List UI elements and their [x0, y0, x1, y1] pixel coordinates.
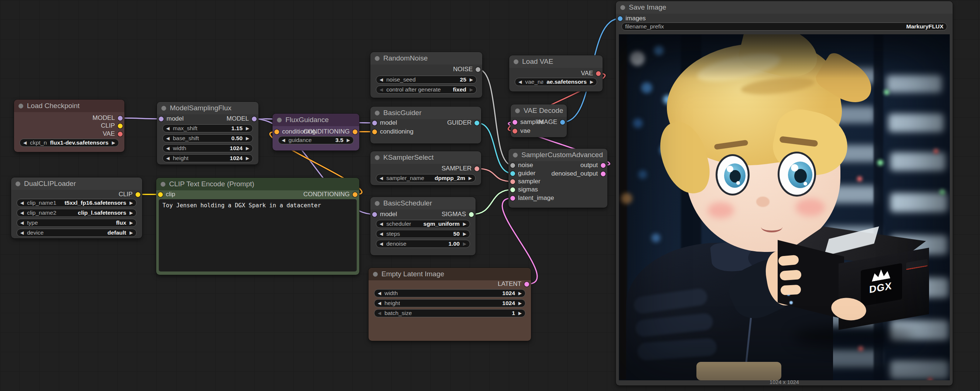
widget-decrement-arrow[interactable]: ◀ — [378, 291, 381, 296]
widget-increment-arrow[interactable]: ▶ — [246, 136, 249, 141]
widget-control-after-generate[interactable]: ◀control after generatefixed▶ — [376, 85, 477, 94]
widget-decrement-arrow[interactable]: ◀ — [380, 78, 383, 82]
widget-increment-arrow[interactable]: ▶ — [246, 146, 249, 150]
graph-canvas[interactable]: Load CheckpointMODELCLIPVAE◀ckpt_nameflu… — [0, 0, 980, 391]
wire-noise[interactable] — [478, 70, 512, 165]
widget-width[interactable]: ◀width1024▶ — [162, 144, 253, 152]
wire-sampler[interactable] — [477, 169, 512, 182]
output-dot-NOISE[interactable] — [476, 67, 480, 72]
widget-type[interactable]: ◀typeflux▶ — [17, 219, 137, 227]
node-titlebar[interactable]: Load Checkpoint — [14, 100, 124, 112]
widget-height[interactable]: ◀height1024▶ — [374, 299, 525, 307]
node-titlebar[interactable]: Load VAE — [509, 55, 603, 68]
widget-increment-arrow[interactable]: ▶ — [470, 78, 473, 82]
widget-increment-arrow[interactable]: ▶ — [470, 87, 473, 92]
widget-decrement-arrow[interactable]: ◀ — [20, 211, 24, 215]
widget-decrement-arrow[interactable]: ◀ — [20, 221, 24, 225]
input-dot-sigmas[interactable] — [510, 187, 515, 192]
widget-clip_name2[interactable]: ◀clip_name2clip_l.safetensors▶ — [17, 209, 137, 217]
input-dot-images[interactable] — [618, 16, 622, 21]
widget-filename_prefix[interactable]: filename_prefixMarkuryFLUX — [622, 22, 947, 31]
widget-clip_name1[interactable]: ◀clip_name1t5xxl_fp16.safetensors▶ — [17, 199, 137, 207]
node-titlebar[interactable]: SamplerCustomAdvanced — [509, 149, 608, 161]
input-dot-sampler[interactable] — [510, 179, 515, 184]
widget-ckpt_name[interactable]: ◀ckpt_nameflux1-dev.safetensors▶ — [19, 139, 119, 147]
widget-increment-arrow[interactable]: ▶ — [347, 138, 350, 142]
prompt-textarea[interactable]: Toy Jensen holding a DGX Spark in a data… — [159, 199, 357, 271]
widget-decrement-arrow[interactable]: ◀ — [380, 176, 383, 180]
node-titlebar[interactable]: RandomNoise — [371, 52, 482, 65]
widget-sampler_name[interactable]: ◀sampler_namedpmpp_2m▶ — [376, 174, 476, 182]
widget-decrement-arrow[interactable]: ◀ — [20, 201, 24, 205]
output-dot-LATENT[interactable] — [524, 282, 529, 287]
widget-decrement-arrow[interactable]: ◀ — [282, 138, 285, 142]
output-dot-output[interactable] — [601, 163, 606, 168]
widget-decrement-arrow[interactable]: ◀ — [23, 141, 27, 145]
widget-height[interactable]: ◀height1024▶ — [162, 154, 253, 162]
wire-sigmas[interactable] — [471, 190, 512, 214]
input-dot-samples[interactable] — [512, 120, 517, 125]
output-dot-CLIP[interactable] — [118, 123, 123, 128]
widget-decrement-arrow[interactable]: ◀ — [378, 311, 381, 315]
input-dot-guider[interactable] — [510, 171, 515, 176]
collapse-dot[interactable] — [277, 118, 282, 122]
widget-decrement-arrow[interactable]: ◀ — [166, 126, 170, 131]
collapse-dot[interactable] — [515, 108, 520, 113]
widget-increment-arrow[interactable]: ▶ — [130, 211, 133, 215]
widget-decrement-arrow[interactable]: ◀ — [380, 242, 383, 246]
output-dot-IMAGE[interactable] — [560, 120, 565, 125]
node-titlebar[interactable]: VAE Decode — [511, 104, 567, 117]
wire-model-ckpt-to-msf[interactable] — [120, 118, 161, 119]
node-titlebar[interactable]: BasicScheduler — [371, 197, 476, 209]
widget-increment-arrow[interactable]: ▶ — [130, 221, 133, 225]
widget-decrement-arrow[interactable]: ◀ — [20, 231, 24, 235]
widget-scheduler[interactable]: ◀schedulersgm_uniform▶ — [376, 220, 470, 228]
widget-device[interactable]: ◀devicedefault▶ — [17, 229, 137, 237]
collapse-dot[interactable] — [161, 106, 166, 111]
node-titlebar[interactable]: BasicGuider — [371, 107, 481, 119]
widget-increment-arrow[interactable]: ▶ — [246, 126, 249, 131]
node-titlebar[interactable]: DualCLIPLoader — [11, 177, 142, 190]
output-dot-VAE[interactable] — [596, 71, 601, 76]
widget-increment-arrow[interactable]: ▶ — [463, 222, 466, 226]
output-dot-CLIP[interactable] — [135, 192, 140, 197]
input-dot-clip[interactable] — [158, 192, 163, 197]
widget-increment-arrow[interactable]: ▶ — [246, 156, 249, 160]
node-titlebar[interactable]: ModelSamplingFlux — [157, 102, 258, 114]
node-titlebar[interactable]: FluxGuidance — [272, 114, 359, 126]
collapse-dot[interactable] — [16, 182, 20, 186]
collapse-dot[interactable] — [373, 272, 378, 277]
widget-decrement-arrow[interactable]: ◀ — [166, 156, 170, 160]
widget-increment-arrow[interactable]: ▶ — [130, 201, 133, 205]
widget-increment-arrow[interactable]: ▶ — [463, 232, 466, 236]
widget-width[interactable]: ◀width1024▶ — [374, 289, 525, 297]
input-dot-noise[interactable] — [510, 163, 515, 168]
wire-guider[interactable] — [477, 123, 512, 173]
output-dot-MODEL[interactable] — [252, 117, 257, 121]
widget-increment-arrow[interactable]: ▶ — [469, 176, 472, 180]
output-dot-CONDITIONING[interactable] — [353, 192, 358, 197]
collapse-dot[interactable] — [375, 56, 380, 61]
widget-decrement-arrow[interactable]: ◀ — [166, 136, 170, 141]
widget-increment-arrow[interactable]: ▶ — [463, 242, 466, 246]
collapse-dot[interactable] — [19, 104, 23, 108]
widget-max_shift[interactable]: ◀max_shift1.15▶ — [162, 124, 253, 133]
widget-increment-arrow[interactable]: ▶ — [519, 301, 522, 306]
widget-vae_name[interactable]: ◀vae_nameae.safetensors▶ — [515, 78, 597, 86]
widget-steps[interactable]: ◀steps50▶ — [376, 230, 470, 238]
widget-increment-arrow[interactable]: ▶ — [519, 291, 522, 296]
output-dot-GUIDER[interactable] — [474, 120, 479, 125]
node-titlebar[interactable]: Save Image — [616, 1, 953, 14]
collapse-dot[interactable] — [375, 201, 380, 206]
collapse-dot[interactable] — [513, 153, 518, 158]
input-dot-conditioning[interactable] — [372, 130, 377, 134]
input-dot-latent_image[interactable] — [510, 196, 515, 201]
output-dot-MODEL[interactable] — [118, 116, 123, 120]
output-dot-SAMPLER[interactable] — [474, 166, 479, 171]
widget-increment-arrow[interactable]: ▶ — [519, 311, 522, 315]
node-titlebar[interactable]: Empty Latent Image — [369, 268, 531, 280]
output-dot-SIGMAS[interactable] — [469, 212, 474, 217]
collapse-dot[interactable] — [161, 182, 165, 187]
collapse-dot[interactable] — [375, 111, 380, 116]
widget-increment-arrow[interactable]: ▶ — [130, 231, 133, 235]
